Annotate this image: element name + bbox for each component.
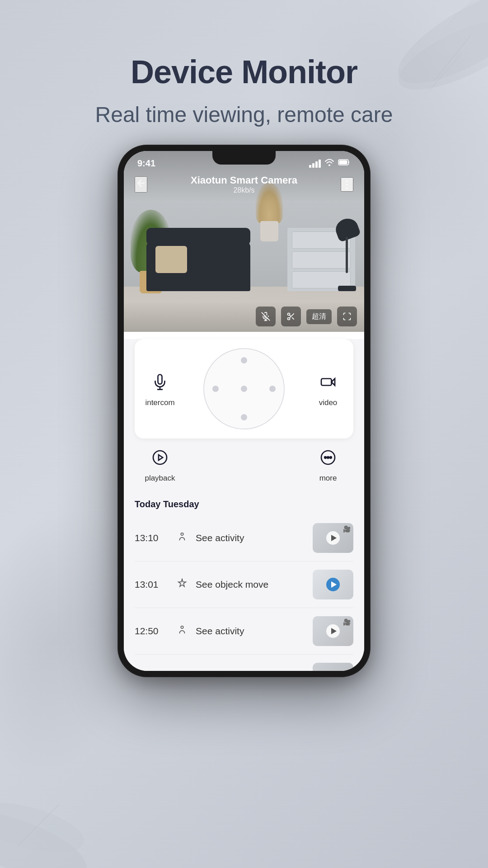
activity-thumb-1[interactable]: 🎥 (313, 523, 353, 553)
header-section: Device Monitor Real time viewing, remote… (0, 0, 488, 129)
status-time: 9:41 (137, 158, 155, 169)
activity-desc-3: See activity (196, 626, 305, 637)
intercom-button[interactable]: intercom (142, 370, 178, 407)
video-button[interactable]: video (310, 370, 346, 407)
more-button[interactable]: more (310, 446, 346, 483)
svg-point-28 (181, 533, 183, 536)
joystick-dot-right (269, 386, 276, 392)
svg-point-29 (181, 626, 183, 629)
battery-icon (338, 159, 351, 168)
joystick-dot-left (212, 386, 219, 392)
activity-thumb-4[interactable] (313, 663, 353, 671)
playback-icon (148, 446, 172, 469)
wifi-icon (324, 159, 334, 168)
activity-day-label: Today Tuesday (135, 492, 353, 515)
sofa (146, 241, 250, 291)
lamp (333, 219, 361, 291)
back-button[interactable] (135, 176, 147, 193)
activity-section: Today Tuesday 13:10 See activity (124, 492, 364, 671)
video-label: video (319, 398, 338, 407)
svg-line-16 (292, 317, 294, 320)
phone-outer-shell: 9:41 (117, 145, 371, 677)
phone-notch (212, 151, 276, 165)
activity-time-1: 13:10 (135, 533, 169, 543)
more-label: more (319, 474, 337, 483)
intercom-icon (148, 370, 172, 394)
activity-desc-2: See objeck move (196, 579, 305, 590)
signal-icon (309, 160, 321, 168)
quality-button[interactable]: 超清 (306, 309, 332, 324)
camera-speed: 28kb/s (147, 186, 341, 194)
activity-person-icon-1 (176, 532, 188, 544)
video-icon (316, 370, 340, 394)
joystick-dot-bottom (241, 414, 247, 420)
activity-item[interactable]: 12:50 See activity (135, 608, 353, 655)
controls-panel: intercom (124, 339, 364, 492)
joystick-dot-top (241, 357, 247, 363)
activity-time-3: 12:50 (135, 626, 169, 637)
activity-item[interactable]: 12:45 See activity (135, 655, 353, 671)
svg-point-22 (153, 451, 167, 464)
fullscreen-button[interactable] (337, 307, 357, 326)
camera-bottom-controls: 超清 (124, 301, 364, 332)
activity-desc-1: See activity (196, 533, 305, 543)
intercom-label: intercom (145, 398, 174, 407)
activity-object-icon-2 (176, 578, 188, 591)
camera-view: Xiaotun Smart Camera 28kb/s ⋮ (124, 151, 364, 332)
camera-name: Xiaotun Smart Camera (147, 175, 341, 186)
joystick-dot-center (241, 386, 247, 392)
playback-button[interactable]: playback (142, 446, 178, 483)
activity-time-2: 13:01 (135, 579, 169, 590)
svg-rect-20 (321, 379, 332, 386)
activity-person-icon-3 (176, 625, 188, 637)
playback-label: playback (145, 474, 175, 483)
svg-line-17 (290, 315, 291, 316)
controls-grid: intercom (135, 339, 353, 439)
joystick-ring[interactable] (203, 348, 285, 429)
joystick[interactable] (203, 348, 285, 429)
svg-marker-23 (159, 455, 163, 460)
svg-point-13 (288, 313, 290, 316)
activity-item[interactable]: 13:01 See objeck move (135, 561, 353, 608)
more-icon (316, 446, 340, 469)
page-title: Device Monitor (0, 54, 488, 90)
mute-button[interactable] (256, 307, 276, 326)
scissors-button[interactable] (281, 307, 301, 326)
svg-point-25 (324, 457, 326, 458)
activity-item[interactable]: 13:10 See activity (135, 515, 353, 561)
thumb-camera-icon-3: 🎥 (343, 618, 351, 626)
svg-rect-9 (339, 160, 347, 165)
activity-thumb-3[interactable]: 🎥 (313, 616, 353, 646)
phone-mockup: 9:41 (117, 145, 371, 677)
svg-point-14 (288, 318, 290, 320)
svg-point-26 (327, 457, 329, 458)
activity-thumb-2[interactable] (313, 570, 353, 599)
phone-screen: 9:41 (124, 151, 364, 671)
status-icons (309, 159, 351, 168)
svg-point-27 (330, 457, 332, 458)
camera-title-block: Xiaotun Smart Camera 28kb/s (147, 175, 341, 194)
camera-more-button[interactable]: ⋮ (341, 177, 353, 192)
page-subtitle: Real time viewing, remote care (0, 101, 488, 129)
thumb-camera-icon-1: 🎥 (343, 525, 351, 533)
leaf-decoration-bottom (0, 687, 127, 868)
